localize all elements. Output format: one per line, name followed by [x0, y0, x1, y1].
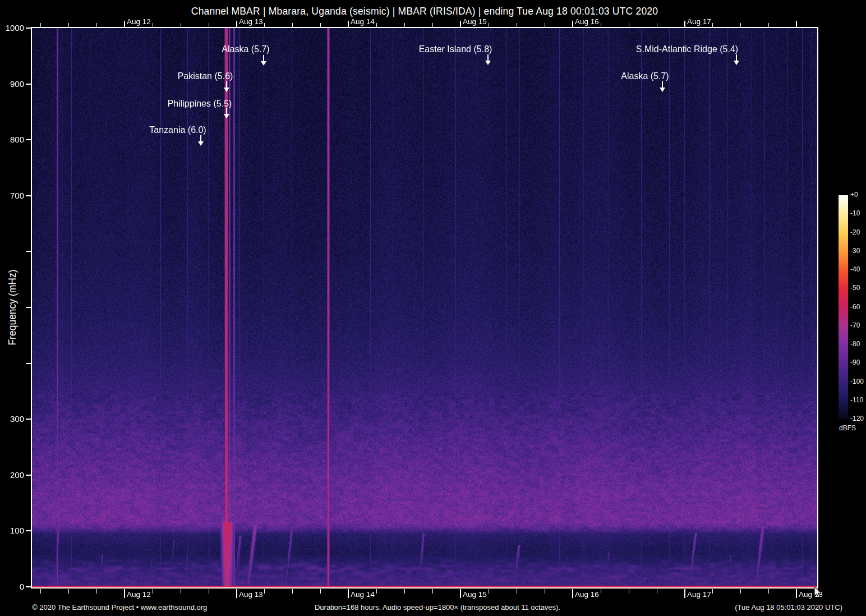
- earthquake-annotation-label: Easter Island (5.8): [419, 44, 492, 54]
- bottom-axis-minor-tick: [153, 589, 154, 594]
- top-axis-minor-tick: [601, 23, 602, 27]
- bottom-axis-minor-tick: [292, 589, 293, 594]
- bottom-axis-major-tick: [124, 589, 125, 598]
- top-axis-minor-tick: [432, 23, 434, 27]
- colorbar-tick-label: -110: [850, 397, 863, 404]
- top-axis-minor-tick: [96, 23, 98, 27]
- down-arrow-icon: [658, 81, 666, 93]
- top-axis-minor-tick: [629, 23, 630, 27]
- bottom-axis-minor-tick: [629, 589, 630, 594]
- y-axis-tick-label: 0: [0, 582, 24, 591]
- bottom-axis-minor-tick: [601, 589, 602, 594]
- mouse-cursor: [813, 587, 822, 599]
- bottom-axis-label: Aug 14: [351, 591, 375, 599]
- top-axis-minor-tick: [517, 23, 518, 27]
- bottom-axis-minor-tick: [768, 589, 770, 594]
- earthquake-annotation-label: Alaska (5.7): [222, 44, 269, 54]
- top-axis-label: Aug 13: [239, 18, 263, 26]
- bottom-axis-label: Aug 17: [687, 591, 711, 599]
- bottom-axis-minor-tick: [517, 589, 518, 594]
- bottom-axis-label: Aug 15: [463, 591, 487, 599]
- y-axis-tick: [26, 251, 32, 252]
- bottom-axis-minor-tick: [264, 589, 265, 594]
- y-axis-tick-label: 100: [0, 526, 24, 535]
- y-axis-tick: [26, 84, 32, 85]
- y-axis-title: Frequency (mHz): [7, 269, 19, 345]
- bottom-axis-minor-tick: [40, 589, 42, 594]
- top-axis-major-tick: [572, 21, 573, 27]
- bottom-axis-minor-tick: [209, 589, 210, 594]
- bottom-axis-major-tick: [460, 589, 461, 598]
- down-arrow-icon: [484, 54, 492, 66]
- y-axis-tick-label: 1000: [0, 24, 24, 33]
- top-axis-major-tick: [124, 21, 125, 27]
- y-axis-tick-label: 800: [0, 135, 24, 144]
- top-axis-major-tick: [236, 21, 237, 27]
- footer-timestamp: (Tue Aug 18 05:01:03 2020 UTC): [735, 603, 842, 612]
- earthquake-annotation-label: Tanzania (6.0): [149, 125, 206, 135]
- bottom-axis-label: Aug 12: [127, 591, 151, 599]
- colorbar-gradient: [839, 195, 848, 419]
- top-axis-minor-tick: [209, 23, 210, 27]
- top-axis-minor-tick: [740, 23, 741, 27]
- bottom-axis-minor-tick: [740, 589, 741, 594]
- colorbar-tick-label: +0: [850, 191, 858, 199]
- spectrogram-canvas: [32, 28, 817, 587]
- y-axis-tick: [26, 139, 32, 140]
- colorbar-tick-label: -60: [850, 304, 860, 311]
- y-axis-tick: [26, 530, 32, 531]
- bottom-axis-minor-tick: [320, 589, 321, 594]
- earthquake-annotation-label: Pakistan (5.6): [178, 71, 233, 81]
- y-axis-tick: [26, 195, 32, 196]
- colorbar-unit-label: dBFS: [839, 424, 856, 432]
- earthquake-annotation-label: Alaska (5.7): [621, 71, 669, 81]
- bottom-axis-label: Aug 16: [575, 591, 599, 599]
- top-axis-major-tick: [460, 21, 461, 27]
- y-axis-tick-label: 300: [0, 415, 24, 424]
- bottom-axis-label: Aug 13: [239, 591, 263, 599]
- top-axis-minor-tick: [181, 23, 182, 27]
- top-axis-label: Aug 16: [575, 18, 599, 26]
- top-axis-minor-tick: [545, 23, 546, 27]
- top-axis-major-tick: [684, 21, 685, 27]
- y-axis-tick: [26, 27, 32, 29]
- bottom-axis-minor-tick: [404, 589, 406, 594]
- footer-copyright: © 2020 The Earthsound Project • www.eart…: [32, 603, 207, 612]
- top-axis-minor-tick: [712, 23, 713, 27]
- top-axis-minor-tick: [657, 23, 658, 27]
- top-axis-label: Aug 12: [127, 18, 151, 26]
- footer-duration: Duration=168 hours. Audio speed-up=1800×…: [315, 603, 560, 612]
- bottom-axis-minor-tick: [545, 589, 546, 594]
- top-axis-major-tick: [796, 21, 797, 27]
- bottom-axis-minor-tick: [712, 589, 713, 594]
- top-axis-minor-tick: [404, 23, 406, 27]
- bottom-axis-major-tick: [348, 589, 349, 598]
- top-axis-major-tick: [348, 21, 349, 27]
- colorbar-tick-label: -90: [850, 359, 860, 366]
- down-arrow-icon: [260, 55, 268, 66]
- colorbar-tick-label: -30: [850, 247, 860, 255]
- down-arrow-icon: [733, 54, 740, 66]
- colorbar-tick-label: -80: [850, 341, 860, 348]
- top-axis-label: Aug 17: [687, 18, 711, 26]
- top-axis-minor-tick: [320, 23, 321, 27]
- bottom-axis-minor-tick: [96, 589, 98, 594]
- colorbar-tick-label: -50: [850, 284, 860, 292]
- colorbar-tick-label: -70: [850, 322, 860, 329]
- y-axis-tick: [26, 363, 32, 364]
- bottom-axis-major-tick: [684, 589, 685, 598]
- bottom-axis-minor-tick: [489, 589, 490, 594]
- bottom-axis-minor-tick: [432, 589, 434, 594]
- y-axis-tick: [26, 307, 32, 308]
- colorbar-tick-label: -120: [850, 415, 864, 422]
- earthquake-annotation-label: S.Mid-Atlantic Ridge (5.4): [636, 44, 738, 54]
- y-axis-tick-label: 900: [0, 80, 24, 89]
- top-axis-label: Aug 15: [463, 18, 487, 26]
- chart-title: Channel MBAR | Mbarara, Uganda (seismic)…: [191, 6, 658, 17]
- y-axis-tick-label: 700: [0, 191, 24, 200]
- top-axis-minor-tick: [292, 23, 293, 27]
- top-axis-minor-tick: [68, 23, 70, 27]
- y-axis-tick-label: 200: [0, 471, 24, 480]
- y-axis-tick: [26, 586, 32, 587]
- bottom-axis-minor-tick: [68, 589, 70, 594]
